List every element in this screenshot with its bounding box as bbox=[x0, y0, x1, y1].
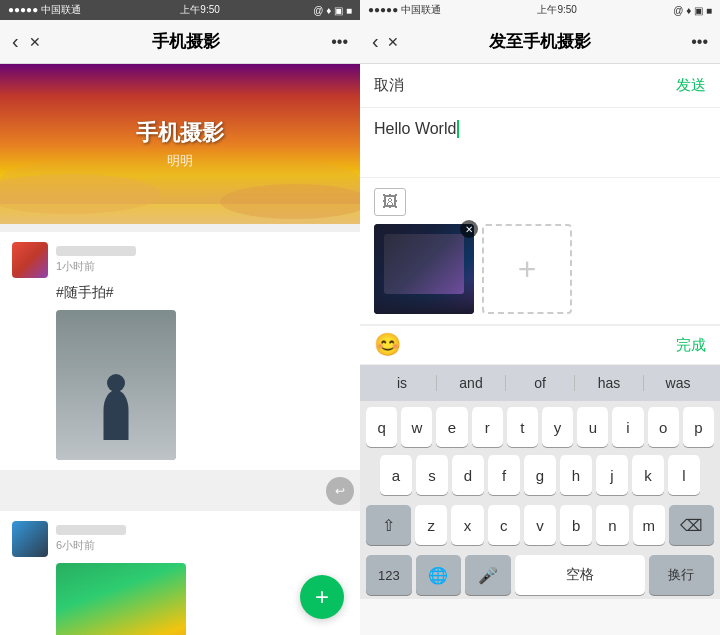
hero-area: 手机摄影 明明 bbox=[0, 64, 360, 224]
action-bar: 取消 发送 bbox=[360, 64, 720, 108]
right-nav-title: 发至手机摄影 bbox=[489, 30, 591, 53]
key-v[interactable]: v bbox=[524, 505, 556, 545]
add-icon: + bbox=[518, 251, 537, 288]
key-delete[interactable]: ⌫ bbox=[669, 505, 714, 545]
key-e[interactable]: e bbox=[436, 407, 467, 447]
key-l[interactable]: l bbox=[668, 455, 700, 495]
left-time: 上午9:50 bbox=[180, 3, 219, 17]
right-more-icon[interactable]: ••• bbox=[691, 33, 708, 51]
media-section: 🖼 ✕ + bbox=[360, 178, 720, 325]
emoji-button[interactable]: 😊 bbox=[374, 332, 401, 358]
left-close-icon[interactable]: ✕ bbox=[29, 34, 41, 50]
left-carrier: ●●●●● 中国联通 bbox=[8, 3, 87, 17]
feed-item-1: 1小时前 #随手拍# bbox=[0, 232, 360, 470]
user-name-1 bbox=[56, 246, 136, 256]
suggestions-bar: is and of has was bbox=[360, 365, 720, 401]
key-o[interactable]: o bbox=[648, 407, 679, 447]
right-nav-bar: ‹ ✕ 发至手机摄影 ••• bbox=[360, 20, 720, 64]
key-return[interactable]: 换行 bbox=[649, 555, 714, 595]
text-input-area[interactable]: Hello World bbox=[360, 108, 720, 178]
right-back-icon[interactable]: ‹ bbox=[372, 30, 379, 53]
user-info-2: 6小时前 bbox=[56, 525, 348, 553]
user-name-2 bbox=[56, 525, 126, 535]
key-h[interactable]: h bbox=[560, 455, 592, 495]
right-status-icons: @ ♦ ▣ ■ bbox=[673, 5, 712, 16]
key-z[interactable]: z bbox=[415, 505, 447, 545]
left-feed: 1小时前 #随手拍# ↩ bbox=[0, 224, 360, 635]
emoji-complete-bar: 😊 完成 bbox=[360, 325, 720, 365]
left-panel: ●●●●● 中国联通 上午9:50 @ ♦ ▣ ■ ‹ ✕ 手机摄影 ••• 手… bbox=[0, 0, 360, 635]
left-status-bar: ●●●●● 中国联通 上午9:50 @ ♦ ▣ ■ bbox=[0, 0, 360, 20]
thumbnail-1: ✕ bbox=[374, 224, 474, 314]
image-icon-button[interactable]: 🖼 bbox=[374, 188, 406, 216]
forward-button[interactable]: ↩ bbox=[326, 477, 354, 505]
fab-button[interactable]: + bbox=[300, 575, 344, 619]
feed-text-1: #随手拍# bbox=[56, 284, 348, 302]
key-u[interactable]: u bbox=[577, 407, 608, 447]
left-more-icon[interactable]: ••• bbox=[331, 33, 348, 51]
add-media-button[interactable]: + bbox=[482, 224, 572, 314]
suggestion-1[interactable]: and bbox=[437, 375, 506, 391]
feed-user-row-2: 6小时前 bbox=[12, 521, 348, 557]
right-close-icon[interactable]: ✕ bbox=[387, 34, 399, 50]
key-j[interactable]: j bbox=[596, 455, 628, 495]
left-nav-left: ‹ ✕ bbox=[12, 30, 41, 53]
suggestion-0[interactable]: is bbox=[368, 375, 437, 391]
hero-title: 手机摄影 bbox=[136, 118, 224, 148]
suggestion-4[interactable]: was bbox=[644, 375, 712, 391]
key-m[interactable]: m bbox=[633, 505, 665, 545]
thumb-close-1[interactable]: ✕ bbox=[460, 220, 478, 238]
input-text: Hello World bbox=[374, 120, 456, 138]
left-status-icons: @ ♦ ▣ ■ bbox=[313, 5, 352, 16]
key-g[interactable]: g bbox=[524, 455, 556, 495]
key-x[interactable]: x bbox=[451, 505, 483, 545]
user-info-1: 1小时前 bbox=[56, 246, 348, 274]
user-time-1: 1小时前 bbox=[56, 259, 348, 274]
key-c[interactable]: c bbox=[488, 505, 520, 545]
key-i[interactable]: i bbox=[612, 407, 643, 447]
key-space[interactable]: 空格 bbox=[515, 555, 645, 595]
key-a[interactable]: a bbox=[380, 455, 412, 495]
image-icon: 🖼 bbox=[382, 193, 398, 211]
suggestion-3[interactable]: has bbox=[575, 375, 644, 391]
right-time: 上午9:50 bbox=[537, 3, 576, 17]
keyboard-row-2: a s d f g h j k l bbox=[360, 451, 720, 499]
left-nav-bar: ‹ ✕ 手机摄影 ••• bbox=[0, 20, 360, 64]
key-k[interactable]: k bbox=[632, 455, 664, 495]
right-status-bar: ●●●●● 中国联通 上午9:50 @ ♦ ▣ ■ bbox=[360, 0, 720, 20]
feed-user-row-1: 1小时前 bbox=[12, 242, 348, 278]
text-cursor bbox=[457, 120, 459, 138]
key-b[interactable]: b bbox=[560, 505, 592, 545]
send-button[interactable]: 发送 bbox=[676, 76, 706, 95]
key-t[interactable]: t bbox=[507, 407, 538, 447]
key-s[interactable]: s bbox=[416, 455, 448, 495]
key-shift[interactable]: ⇧ bbox=[366, 505, 411, 545]
key-f[interactable]: f bbox=[488, 455, 520, 495]
cancel-button[interactable]: 取消 bbox=[374, 76, 404, 95]
key-globe[interactable]: 🌐 bbox=[416, 555, 462, 595]
suggestion-2[interactable]: of bbox=[506, 375, 575, 391]
key-p[interactable]: p bbox=[683, 407, 714, 447]
hero-subtitle: 明明 bbox=[167, 152, 193, 170]
text-input-field[interactable]: Hello World bbox=[374, 120, 706, 138]
right-nav-left: ‹ ✕ bbox=[372, 30, 399, 53]
media-thumbnails: ✕ + bbox=[374, 224, 706, 314]
key-r[interactable]: r bbox=[472, 407, 503, 447]
key-w[interactable]: w bbox=[401, 407, 432, 447]
keyboard-row-4: 123 🌐 🎤 空格 换行 bbox=[360, 549, 720, 599]
key-mic[interactable]: 🎤 bbox=[465, 555, 511, 595]
media-icon-row: 🖼 bbox=[374, 188, 706, 216]
left-back-icon[interactable]: ‹ bbox=[12, 30, 19, 53]
key-n[interactable]: n bbox=[596, 505, 628, 545]
feed-image-2 bbox=[56, 563, 186, 635]
right-panel: ●●●●● 中国联通 上午9:50 @ ♦ ▣ ■ ‹ ✕ 发至手机摄影 •••… bbox=[360, 0, 720, 635]
key-numbers[interactable]: 123 bbox=[366, 555, 412, 595]
key-q[interactable]: q bbox=[366, 407, 397, 447]
key-y[interactable]: y bbox=[542, 407, 573, 447]
avatar-2 bbox=[12, 521, 48, 557]
keyboard-row-1: q w e r t y u i o p bbox=[360, 401, 720, 451]
feed-image-1 bbox=[56, 310, 176, 460]
complete-button[interactable]: 完成 bbox=[676, 336, 706, 355]
key-d[interactable]: d bbox=[452, 455, 484, 495]
forward-area: ↩ bbox=[0, 471, 360, 511]
